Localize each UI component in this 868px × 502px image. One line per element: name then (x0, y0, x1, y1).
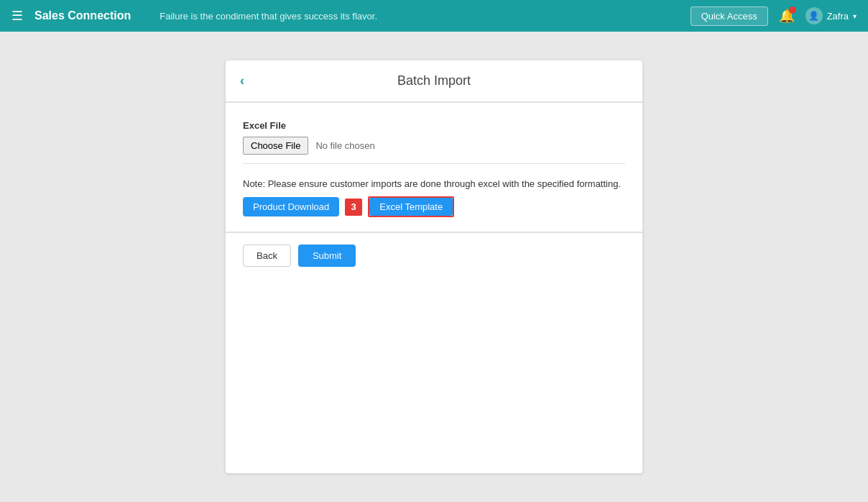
notification-icon[interactable]: 🔔 (777, 6, 797, 26)
top-navigation: ☰ Sales Connection Failure is the condim… (0, 0, 868, 32)
excel-template-button[interactable]: Excel Template (369, 198, 453, 216)
app-title: Sales Connection (34, 9, 131, 22)
note-actions: Product Download 3 Excel Template (243, 196, 625, 217)
quick-access-button[interactable]: Quick Access (691, 6, 768, 26)
batch-import-card: ‹ Batch Import Excel File Choose File No… (226, 60, 642, 473)
chevron-down-icon: ▾ (853, 12, 857, 20)
motivational-quote: Failure is the condiment that gives succ… (160, 11, 690, 22)
back-arrow-icon[interactable]: ‹ (240, 73, 244, 88)
card-header: ‹ Batch Import (226, 60, 642, 103)
file-input-row: Choose File No file chosen (243, 137, 625, 164)
user-name: Zafra (827, 11, 849, 22)
main-content: ‹ Batch Import Excel File Choose File No… (0, 32, 868, 502)
card-body: Excel File Choose File No file chosen No… (226, 103, 642, 233)
choose-file-button[interactable]: Choose File (243, 137, 308, 155)
back-button[interactable]: Back (243, 245, 291, 267)
topnav-right: Quick Access 🔔 👤 Zafra ▾ (691, 6, 857, 26)
no-file-text: No file chosen (315, 140, 374, 151)
menu-icon[interactable]: ☰ (11, 8, 23, 24)
user-menu[interactable]: 👤 Zafra ▾ (805, 7, 857, 24)
note-text: Note: Please ensure customer imports are… (243, 178, 625, 189)
avatar: 👤 (805, 7, 823, 24)
excel-template-wrapper: Excel Template (368, 196, 454, 217)
product-download-button[interactable]: Product Download (243, 197, 339, 216)
notification-badge (789, 6, 796, 14)
excel-file-label: Excel File (243, 120, 625, 131)
submit-button[interactable]: Submit (298, 245, 356, 267)
card-title: Batch Import (240, 73, 628, 88)
card-footer: Back Submit (226, 233, 642, 278)
step-badge: 3 (345, 198, 362, 216)
